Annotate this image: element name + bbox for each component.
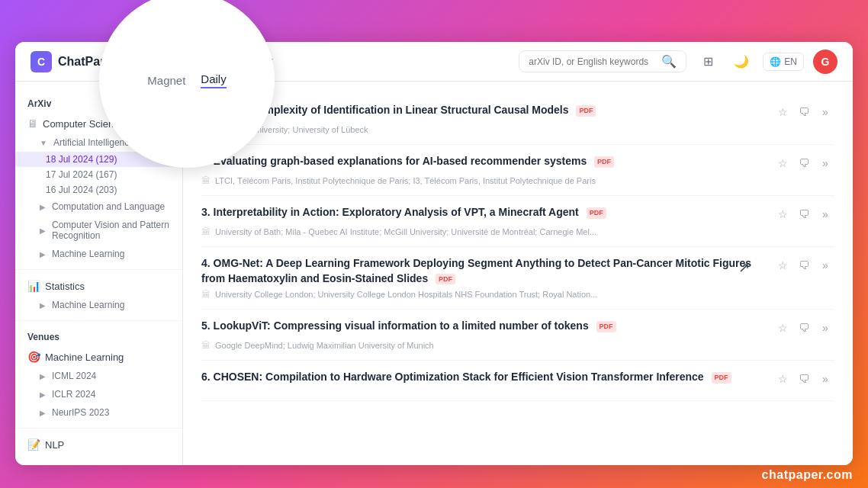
chevron-right-icon-stats: ▶ xyxy=(40,301,46,310)
footer-brand: chatpaper.com xyxy=(762,468,853,482)
computer-icon: 🖥 xyxy=(27,117,38,130)
date-jul16[interactable]: 16 Jul 2024 (203) xyxy=(15,182,182,197)
paper-authors: Google DeepMind; Ludwig Maximilian Unive… xyxy=(215,341,434,350)
expand-btn[interactable]: » xyxy=(816,256,834,274)
chevron-right-icml: ▶ xyxy=(40,372,46,380)
sidebar-item-nlp[interactable]: 📝 NLP xyxy=(15,435,182,454)
paper-authors: University of Bath; Mila - Quebec AI Ins… xyxy=(215,227,596,236)
star-btn[interactable]: ☆ xyxy=(773,370,792,388)
star-btn[interactable]: ☆ xyxy=(773,256,792,274)
comment-btn[interactable]: 🗨 xyxy=(795,370,813,388)
ml-stats-label: Machine Learning xyxy=(52,300,124,310)
arxiv-text: ArXiv xyxy=(27,98,51,109)
sidebar-item-ml-stats[interactable]: ▶ Machine Learning xyxy=(15,296,182,314)
comment-btn[interactable]: 🗨 xyxy=(795,205,813,223)
comment-btn[interactable]: 🗨 xyxy=(795,256,813,274)
brand-text: chatpaper.com xyxy=(762,468,853,481)
chevron-right-icon-ml: ▶ xyxy=(40,250,46,258)
ml-cs-label: Machine Learning xyxy=(52,249,124,259)
header-right: 🔍 ⊞ 🌙 🌐 EN G xyxy=(519,50,837,74)
expand-btn[interactable]: » xyxy=(816,319,834,337)
venues-ml-label: Machine Learning xyxy=(45,352,124,363)
iclr-label: ICLR 2024 xyxy=(52,389,95,400)
paper-title: 4. OMG-Net: A Deep Learning Framework De… xyxy=(201,256,767,286)
sidebar-item-neurips[interactable]: ▶ NeurIPS 2023 xyxy=(15,403,182,422)
paper-title: 1. On the Complexity of Identification i… xyxy=(201,103,767,118)
paper-meta: 🏛 University of Bath; Mila - Quebec AI I… xyxy=(201,226,834,237)
grid-icon-btn[interactable]: ⊞ xyxy=(696,50,720,74)
paper-item: 1. On the Complexity of Identification i… xyxy=(201,94,834,145)
comment-btn[interactable]: 🗨 xyxy=(795,154,813,172)
lang-label: EN xyxy=(784,56,797,67)
expand-btn[interactable]: » xyxy=(816,205,834,223)
icml-label: ICML 2024 xyxy=(52,371,96,381)
institution-icon: 🏛 xyxy=(201,289,211,300)
star-btn[interactable]: ☆ xyxy=(773,319,792,337)
content: 1. On the Complexity of Identification i… xyxy=(183,82,853,465)
sidebar-item-ml-cs[interactable]: ▶ Machine Learning xyxy=(15,245,182,263)
sidebar-item-iclr[interactable]: ▶ ICLR 2024 xyxy=(15,385,182,403)
expand-btn[interactable]: » xyxy=(816,370,834,388)
chevron-right-icon: ▶ xyxy=(40,203,46,211)
tooltip-daily[interactable]: Daily xyxy=(201,72,226,88)
pdf-badge: PDF xyxy=(587,207,606,219)
pdf-badge: PDF xyxy=(712,372,731,384)
paper-title: 5. LookupViT: Compressing visual informa… xyxy=(201,319,767,334)
paper-title-row: 1. On the Complexity of Identification i… xyxy=(201,103,834,121)
comp-lang-label: Computation and Language xyxy=(52,201,165,212)
chevron-down-icon: ▼ xyxy=(40,139,47,147)
chevron-right-iclr: ▶ xyxy=(40,390,46,399)
institution-icon: 🏛 xyxy=(201,175,211,186)
chevron-right-neurips: ▶ xyxy=(40,409,46,417)
paper-meta: 🏛 University College London; University … xyxy=(201,289,834,300)
comment-btn[interactable]: 🗨 xyxy=(795,103,813,121)
neurips-label: NeurIPS 2023 xyxy=(52,407,109,418)
date-jul17[interactable]: 17 Jul 2024 (167) xyxy=(15,167,182,182)
avatar[interactable]: G xyxy=(813,50,837,74)
paper-authors: LTCI, Télécom Paris, Institut Polytechni… xyxy=(215,176,596,185)
expand-btn[interactable]: » xyxy=(816,103,834,121)
dark-mode-btn[interactable]: 🌙 xyxy=(729,50,754,74)
globe-icon: 🌐 xyxy=(770,56,781,67)
tooltip-magnet[interactable]: Magnet xyxy=(147,74,185,87)
pdf-badge: PDF xyxy=(576,105,596,117)
paper-item: 6. CHOSEN: Compilation to Hardware Optim… xyxy=(201,361,834,401)
sidebar-item-icml[interactable]: ▶ ICML 2024 xyxy=(15,367,182,385)
institution-icon: 🏛 xyxy=(201,340,211,351)
paper-title-row: 4. OMG-Net: A Deep Learning Framework De… xyxy=(201,256,834,286)
paper-actions: ☆ 🗨 » xyxy=(773,103,834,121)
paper-title: 6. CHOSEN: Compilation to Hardware Optim… xyxy=(201,370,767,385)
tooltip-content: Magnet Daily xyxy=(147,72,226,88)
paper-title: 3. Interpretability in Action: Explorato… xyxy=(201,205,767,220)
venues-text: Venues xyxy=(27,332,59,342)
star-btn[interactable]: ☆ xyxy=(773,205,792,223)
star-btn[interactable]: ☆ xyxy=(773,103,792,121)
paper-authors: University College London; University Co… xyxy=(215,290,597,299)
paper-title-row: 6. CHOSEN: Compilation to Hardware Optim… xyxy=(201,370,834,388)
paper-actions: ☆ 🗨 » xyxy=(773,205,834,223)
nlp-label: NLP xyxy=(45,439,64,451)
sidebar-item-computation-language[interactable]: ▶ Computation and Language xyxy=(15,197,182,216)
sidebar-item-cv[interactable]: ▶ Computer Vision and Pattern Recognitio… xyxy=(15,216,182,245)
comment-btn[interactable]: 🗨 xyxy=(795,319,813,337)
stats-label: Statistics xyxy=(45,281,85,292)
paper-item: 2. Evaluating graph-based explanations f… xyxy=(201,145,834,196)
expand-btn[interactable]: » xyxy=(816,154,834,172)
cv-label: Computer Vision and Pattern Recognition xyxy=(52,220,170,241)
paper-meta: 🏛 Google DeepMind; Ludwig Maximilian Uni… xyxy=(201,340,834,351)
paper-actions: ☆ 🗨 » xyxy=(773,256,834,274)
search-icon: 🔍 xyxy=(661,54,677,69)
lang-btn[interactable]: 🌐 EN xyxy=(763,53,804,71)
paper-title: 2. Evaluating graph-based explanations f… xyxy=(201,154,767,169)
institution-icon: 🏛 xyxy=(201,226,211,237)
paper-title-row: 2. Evaluating graph-based explanations f… xyxy=(201,154,834,172)
sidebar-venues-ml[interactable]: 🎯 Machine Learning xyxy=(15,347,182,367)
paper-actions: ☆ 🗨 » xyxy=(773,319,834,337)
pdf-badge: PDF xyxy=(596,321,616,332)
sidebar-item-statistics[interactable]: 📊 Statistics xyxy=(15,276,182,296)
paper-item: 5. LookupViT: Compressing visual informa… xyxy=(201,310,834,361)
star-btn[interactable]: ☆ xyxy=(773,154,792,172)
nlp-icon: 📝 xyxy=(27,438,40,451)
stats-icon: 📊 xyxy=(27,280,40,292)
search-input[interactable] xyxy=(529,56,657,67)
